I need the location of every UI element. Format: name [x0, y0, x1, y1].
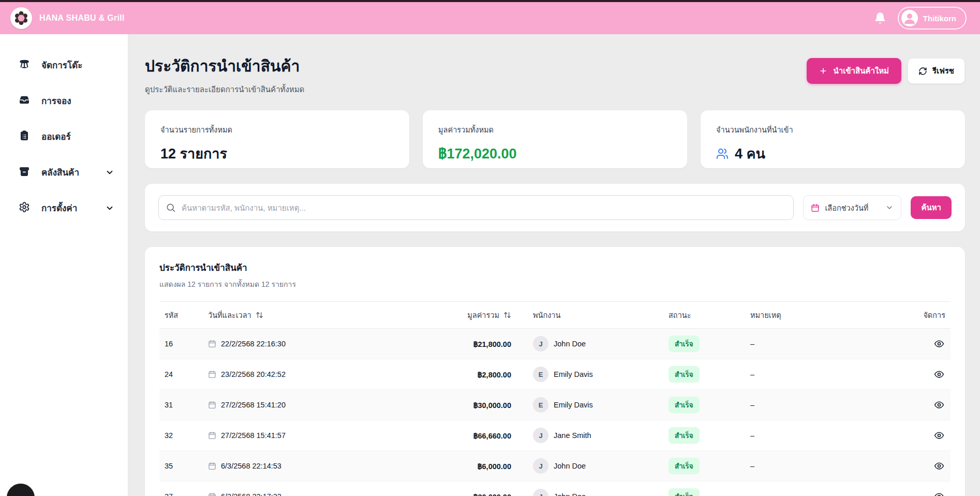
main-content: ประวัติการนำเข้าสินค้า ดูประวัติและรายละ… — [128, 34, 980, 496]
plus-icon — [819, 67, 827, 75]
row-datetime: 27/2/2568 15:41:57 — [221, 431, 286, 440]
row-datetime: 23/2/2568 20:42:52 — [221, 370, 286, 378]
view-details-eye-icon[interactable] — [933, 460, 945, 472]
calendar-icon — [208, 370, 216, 378]
col-datetime[interactable]: วันที่และเวลา — [203, 302, 425, 329]
employee-name: Emily Davis — [554, 401, 593, 409]
new-import-label: นำเข้าสินค้าใหม่ — [834, 65, 889, 77]
archive-icon — [19, 166, 30, 179]
refresh-button[interactable]: รีเฟรช — [908, 58, 965, 84]
employee-name: Emily Davis — [554, 370, 593, 378]
employee-name: Jane Smith — [554, 431, 591, 440]
search-input[interactable] — [158, 195, 794, 220]
table-icon — [19, 59, 30, 72]
inbox-icon — [19, 94, 30, 108]
col-employee: พนักงาน — [528, 302, 663, 329]
status-badge: สำเร็จ — [669, 397, 700, 413]
employee-avatar: J — [533, 458, 548, 474]
employee-name: John Doe — [554, 462, 586, 470]
status-badge: สำเร็จ — [669, 458, 700, 474]
sidebar-item-inventory[interactable]: คลังสินค้า — [14, 159, 118, 185]
view-details-eye-icon[interactable] — [933, 429, 945, 442]
stat-label: มูลค่ารวมทั้งหมด — [438, 124, 672, 136]
search-button[interactable]: ค้นหา — [911, 196, 952, 219]
date-range-label: เลือกช่วงวันที่ — [825, 202, 868, 214]
col-note: หมายเหตุ — [745, 302, 900, 329]
stat-card-total-value: มูลค่ารวมทั้งหมด ฿172,020.00 — [423, 110, 687, 168]
page-subtitle: ดูประวัติและรายละเอียดการนำเข้าสินค้าทั้… — [145, 83, 304, 96]
stat-value: 4 คน — [735, 142, 765, 165]
col-amount[interactable]: มูลค่ารวม — [425, 302, 516, 329]
page-title: ประวัติการนำเข้าสินค้า — [145, 54, 304, 78]
row-amount: ฿66,660.00 — [425, 420, 516, 451]
new-import-button[interactable]: นำเข้าสินค้าใหม่ — [807, 58, 901, 84]
sidebar-item-settings[interactable]: การตั้งค่า — [14, 195, 118, 221]
calendar-icon — [208, 462, 216, 470]
row-note: – — [745, 451, 900, 482]
row-id: 16 — [159, 329, 203, 359]
employee-avatar: J — [533, 428, 548, 443]
row-note: – — [745, 482, 900, 496]
employee-avatar: E — [533, 367, 548, 382]
stat-card-employees: จำนวนพนักงานที่นำเข้า 4 คน — [701, 110, 965, 168]
row-amount: ฿6,000.00 — [425, 451, 516, 482]
employee-name: John Doe — [554, 340, 586, 348]
clipboard-icon — [19, 130, 30, 143]
brand: HANA SHABU & Grill — [10, 7, 125, 29]
sidebar-item-label: จัดการโต๊ะ — [41, 58, 82, 72]
row-id: 37 — [159, 482, 203, 496]
date-range-select[interactable]: เลือกช่วงวันที่ — [803, 195, 901, 220]
view-details-eye-icon[interactable] — [933, 368, 945, 381]
refresh-label: รีเฟรช — [932, 65, 954, 77]
col-status: สถานะ — [663, 302, 745, 329]
user-menu[interactable]: Thitikorn — [898, 7, 967, 30]
row-datetime: 27/2/2568 15:41:20 — [221, 401, 286, 409]
notifications-bell-icon[interactable] — [874, 12, 886, 24]
row-datetime: 22/2/2568 22:16:30 — [221, 340, 286, 348]
filter-panel: เลือกช่วงวันที่ ค้นหา — [145, 184, 965, 231]
stat-card-total-records: จำนวนรายการทั้งหมด 12 รายการ — [145, 110, 409, 168]
calendar-icon — [208, 431, 216, 440]
sidebar-item-label: คลังสินค้า — [41, 165, 79, 179]
row-datetime: 6/3/2568 22:17:32 — [221, 492, 281, 496]
row-note: – — [745, 329, 900, 359]
row-amount: ฿21,800.00 — [425, 329, 516, 359]
col-id: รหัส — [159, 302, 203, 329]
chevron-down-icon — [105, 203, 114, 213]
view-details-eye-icon[interactable] — [933, 490, 945, 496]
user-name: Thitikorn — [923, 14, 956, 23]
sidebar-item-label: การตั้งค่า — [41, 201, 77, 215]
row-datetime: 6/3/2568 22:14:53 — [221, 462, 281, 470]
users-icon — [716, 148, 729, 160]
sidebar-item-orders[interactable]: ออเดอร์ — [14, 123, 118, 150]
import-history-table: รหัส วันที่และเวลา มูลค่ารวม — [159, 301, 951, 496]
chevron-down-icon — [105, 168, 114, 177]
row-id: 24 — [159, 359, 203, 390]
gear-icon — [19, 201, 30, 215]
col-actions: จัดการ — [900, 302, 951, 329]
sort-icon — [503, 311, 511, 319]
import-history-panel: ประวัติการนำเข้าสินค้า แสดงผล 12 รายการ … — [145, 247, 965, 496]
status-badge: สำเร็จ — [669, 427, 700, 444]
row-note: – — [745, 359, 900, 390]
sidebar-item-reservations[interactable]: การจอง — [14, 87, 118, 114]
table-row: 24 23/2/2568 20:42:52 ฿2,800.00 — [159, 359, 951, 390]
view-details-eye-icon[interactable] — [933, 399, 945, 411]
row-amount: ฿2,800.00 — [425, 359, 516, 390]
brand-name: HANA SHABU & Grill — [39, 13, 125, 23]
row-id: 35 — [159, 451, 203, 482]
calendar-icon — [811, 203, 820, 212]
table-row: 16 22/2/2568 22:16:30 ฿21,800.00 — [159, 329, 951, 359]
sort-icon — [256, 311, 263, 319]
calendar-icon — [208, 401, 216, 409]
employee-avatar: J — [533, 489, 548, 496]
sidebar-item-tables[interactable]: จัดการโต๊ะ — [14, 52, 118, 78]
chevron-down-icon — [885, 203, 894, 212]
status-badge: สำเร็จ — [669, 488, 700, 496]
stat-label: จำนวนพนักงานที่นำเข้า — [716, 124, 949, 136]
stat-value: 12 รายการ — [160, 142, 394, 165]
calendar-icon — [208, 340, 216, 348]
table-row: 31 27/2/2568 15:41:20 ฿30,000.00 — [159, 390, 951, 420]
status-badge: สำเร็จ — [669, 366, 700, 383]
view-details-eye-icon[interactable] — [933, 338, 945, 350]
